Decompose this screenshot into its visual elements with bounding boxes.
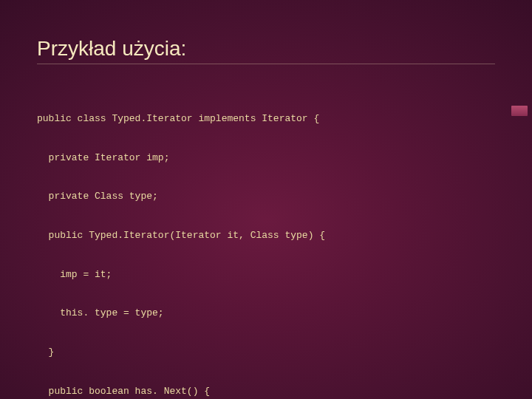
code-line: this. type = type; xyxy=(37,307,495,320)
slide-content: Przykład użycia: public class Typed.Iter… xyxy=(0,0,532,399)
slide-marker xyxy=(511,106,528,116)
code-line: private Iterator imp; xyxy=(37,151,495,165)
code-block: public class Typed.Iterator implements I… xyxy=(37,86,495,399)
title-underline xyxy=(37,64,495,64)
code-line: public boolean has. Next() { xyxy=(37,385,495,398)
code-line: imp = it; xyxy=(37,268,495,282)
code-line: } xyxy=(37,346,495,359)
code-line: public class Typed.Iterator implements I… xyxy=(37,112,495,126)
slide-title: Przykład użycia: xyxy=(37,37,495,61)
code-line: private Class type; xyxy=(37,190,495,203)
code-line: public Typed.Iterator(Iterator it, Class… xyxy=(37,229,495,242)
